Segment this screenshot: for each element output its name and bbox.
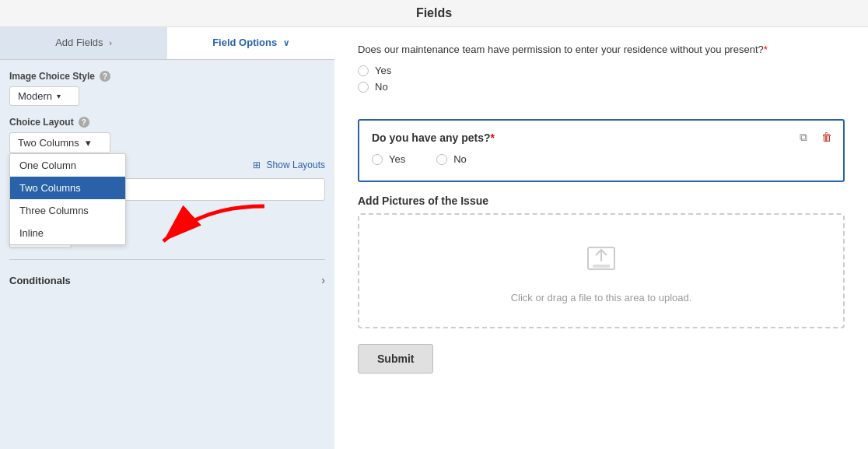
dropdown-item-one-column[interactable]: One Column <box>10 154 125 177</box>
pets-yes-radio[interactable] <box>372 154 383 165</box>
svg-rect-3 <box>593 265 610 268</box>
choice-layout-help-icon[interactable]: ? <box>79 117 89 128</box>
submit-button[interactable]: Submit <box>358 344 433 374</box>
maintenance-yes-radio[interactable] <box>358 65 369 76</box>
choice-layout-label: Choice Layout ? <box>9 117 325 128</box>
file-upload-section: Add Pictures of the Issue Click or drag … <box>358 195 845 328</box>
tab-field-options[interactable]: Field Options ∨ <box>167 27 334 59</box>
pets-box-actions: ⧉ 🗑 <box>795 128 835 146</box>
page-title: Fields <box>0 0 868 27</box>
pets-question-box: ⧉ 🗑 Do you have any pets?* Yes No <box>358 119 845 182</box>
choice-layout-section: Choice Layout ? Two Columns ▾ One Column… <box>9 117 325 170</box>
file-upload-box[interactable]: Click or drag a file to this area to upl… <box>358 213 845 328</box>
copy-icon[interactable]: ⧉ <box>795 128 812 146</box>
choice-layout-dropdown-wrapper: Two Columns ▾ One Column Two Columns Thr… <box>9 132 110 153</box>
upload-icon <box>383 238 820 284</box>
image-choice-style-select[interactable]: Modern ▾ <box>9 86 79 106</box>
choice-layout-select[interactable]: Two Columns ▾ <box>9 132 110 153</box>
choice-layout-arrow: ▾ <box>86 137 91 149</box>
show-layouts-icon: ⊞ <box>253 160 261 170</box>
add-fields-arrow: › <box>109 38 112 47</box>
right-panel: Does our maintenance team have permissio… <box>334 27 868 449</box>
maintenance-yes-option[interactable]: Yes <box>358 65 845 76</box>
image-choice-help-icon[interactable]: ? <box>100 71 110 82</box>
maintenance-no-option[interactable]: No <box>358 81 845 93</box>
left-panel-content: Image Choice Style ? Modern ▾ Choice Lay… <box>0 60 334 449</box>
left-panel: Add Fields › Field Options ∨ Image Choic… <box>0 27 334 449</box>
pets-no-radio[interactable] <box>436 154 447 165</box>
dropdown-item-two-columns[interactable]: Two Columns <box>10 177 125 199</box>
trash-icon[interactable]: 🗑 <box>818 128 835 146</box>
pets-no-option[interactable]: No <box>436 153 467 165</box>
field-options-arrow: ∨ <box>283 38 289 47</box>
dropdown-item-inline[interactable]: Inline <box>10 222 125 244</box>
pets-question-text: Do you have any pets?* <box>372 132 831 144</box>
maintenance-no-radio[interactable] <box>358 82 369 93</box>
dropdown-item-three-columns[interactable]: Three Columns <box>10 199 125 222</box>
upload-text: Click or drag a file to this area to upl… <box>383 292 820 303</box>
conditionals-row[interactable]: Conditionals › <box>9 269 325 291</box>
maintenance-question: Does our maintenance team have permissio… <box>358 43 845 108</box>
choice-layout-dropdown-menu: One Column Two Columns Three Columns Inl… <box>9 153 126 245</box>
tab-add-fields[interactable]: Add Fields › <box>0 27 167 59</box>
maintenance-question-text: Does our maintenance team have permissio… <box>358 43 845 57</box>
image-choice-dropdown-arrow: ▾ <box>57 92 61 100</box>
pets-options: Yes No <box>372 153 831 170</box>
form-area: Does our maintenance team have permissio… <box>334 27 868 449</box>
pets-yes-option[interactable]: Yes <box>372 153 405 165</box>
divider <box>9 259 325 260</box>
upload-label: Add Pictures of the Issue <box>358 195 845 207</box>
conditionals-chevron: › <box>321 274 325 286</box>
image-choice-style-label: Image Choice Style ? <box>9 71 325 82</box>
left-tabs: Add Fields › Field Options ∨ <box>0 27 334 60</box>
